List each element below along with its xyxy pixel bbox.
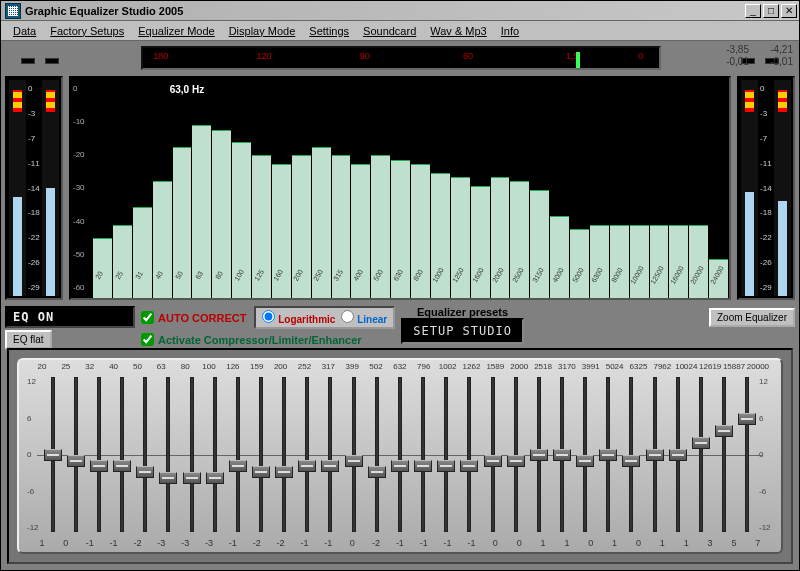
auto-correct-checkbox[interactable]: AUTO CORRECT bbox=[141, 311, 246, 324]
eq-slider[interactable] bbox=[574, 373, 597, 536]
eq-gain-scale-right: 1260-6-12 bbox=[759, 373, 773, 536]
menu-data[interactable]: Data bbox=[7, 23, 42, 39]
eq-state-display[interactable]: EQ ON bbox=[5, 306, 135, 328]
eq-slider[interactable] bbox=[689, 373, 712, 536]
eq-slider[interactable] bbox=[203, 373, 226, 536]
eq-slider[interactable] bbox=[736, 373, 759, 536]
eq-slider[interactable] bbox=[504, 373, 527, 536]
scale-linear-radio[interactable]: Linear bbox=[341, 310, 387, 325]
eq-slider[interactable] bbox=[666, 373, 689, 536]
menu-display-mode[interactable]: Display Mode bbox=[223, 23, 302, 39]
eq-slider[interactable] bbox=[713, 373, 736, 536]
app-icon bbox=[5, 3, 21, 19]
db-readout-r: -4,21-0,01 bbox=[753, 44, 793, 72]
menu-info[interactable]: Info bbox=[495, 23, 525, 39]
eq-slider[interactable] bbox=[41, 373, 64, 536]
eq-slider[interactable] bbox=[435, 373, 458, 536]
menu-wav-mp3[interactable]: Wav & Mp3 bbox=[424, 23, 492, 39]
close-button[interactable]: ✕ bbox=[781, 4, 797, 18]
vu-meter-right: 0-3-7-11-14-18-22-26-29 bbox=[737, 76, 795, 300]
menubar: Data Factory Setups Equalizer Mode Displ… bbox=[1, 21, 799, 41]
spectrum-xaxis: 2025314050638010012516020025031540050063… bbox=[91, 282, 729, 300]
eq-slider[interactable] bbox=[134, 373, 157, 536]
presets-label: Equalizer presets bbox=[401, 306, 524, 318]
eq-slider[interactable] bbox=[458, 373, 481, 536]
eq-slider[interactable] bbox=[643, 373, 666, 536]
phase-tick: 90 bbox=[360, 51, 370, 61]
eq-slider[interactable] bbox=[412, 373, 435, 536]
window-title: Graphic Equalizer Studio 2005 bbox=[25, 5, 183, 17]
eq-slider[interactable] bbox=[87, 373, 110, 536]
clip-indicator-l bbox=[21, 58, 35, 64]
menu-soundcard[interactable]: Soundcard bbox=[357, 23, 422, 39]
phase-tick: 60 bbox=[463, 51, 473, 61]
zoom-equalizer-button[interactable]: Zoom Equalizer bbox=[709, 308, 795, 327]
scale-mode-group: Logarithmic Linear bbox=[254, 306, 395, 329]
titlebar[interactable]: Graphic Equalizer Studio 2005 _ □ ✕ bbox=[1, 1, 799, 21]
eq-slider[interactable] bbox=[180, 373, 203, 536]
menu-settings[interactable]: Settings bbox=[303, 23, 355, 39]
eq-slider[interactable] bbox=[64, 373, 87, 536]
eq-flat-button[interactable]: EQ flat bbox=[5, 330, 52, 349]
eq-gain-scale-left: 1260-6-12 bbox=[27, 373, 41, 536]
spectrum-bars bbox=[93, 78, 729, 298]
vu-meter-left: 0-3-7-11-14-18-22-26-29 bbox=[5, 76, 63, 300]
phase-marker bbox=[576, 52, 580, 68]
phase-tick: 0 bbox=[638, 51, 643, 61]
eq-sliders bbox=[41, 373, 759, 536]
preset-display[interactable]: SETUP STUDIO bbox=[401, 318, 524, 344]
db-readout-l: -3,85-0,01 bbox=[709, 44, 749, 72]
phase-tick: 120 bbox=[257, 51, 272, 61]
eq-slider[interactable] bbox=[157, 373, 180, 536]
eq-slider[interactable] bbox=[296, 373, 319, 536]
eq-slider[interactable] bbox=[273, 373, 296, 536]
eq-slider[interactable] bbox=[597, 373, 620, 536]
spectrum-yaxis: 0-10-20-30-40-50-60 bbox=[71, 78, 93, 298]
scale-log-radio[interactable]: Logarithmic bbox=[262, 310, 335, 325]
phase-tick: 180 bbox=[153, 51, 168, 61]
eq-slider[interactable] bbox=[481, 373, 504, 536]
eq-slider[interactable] bbox=[110, 373, 133, 536]
eq-slider[interactable] bbox=[365, 373, 388, 536]
eq-slider-bank: 2025324050638010012615920025231739950263… bbox=[7, 348, 793, 564]
clip-indicator-l2 bbox=[45, 58, 59, 64]
eq-freq-row: 2025324050638010012615920025231739950263… bbox=[19, 360, 781, 373]
minimize-button[interactable]: _ bbox=[745, 4, 761, 18]
eq-slider[interactable] bbox=[249, 373, 272, 536]
eq-slider[interactable] bbox=[550, 373, 573, 536]
preset-section: Equalizer presets SETUP STUDIO bbox=[401, 306, 524, 344]
menu-equalizer-mode[interactable]: Equalizer Mode bbox=[132, 23, 220, 39]
eq-slider[interactable] bbox=[388, 373, 411, 536]
eq-slider[interactable] bbox=[342, 373, 365, 536]
activate-comp-checkbox[interactable]: Activate Compressor/Limiter/Enhancer bbox=[141, 333, 395, 346]
menu-factory-setups[interactable]: Factory Setups bbox=[44, 23, 130, 39]
spectrum-readout: 63,0 Hz bbox=[170, 84, 204, 95]
eq-slider[interactable] bbox=[527, 373, 550, 536]
maximize-button[interactable]: □ bbox=[763, 4, 779, 18]
eq-value-row: 10-1-1-2-3-3-3-1-2-2-1-10-2-1-1-1-100110… bbox=[19, 536, 781, 552]
app-window: Graphic Equalizer Studio 2005 _ □ ✕ Data… bbox=[0, 0, 800, 571]
eq-slider[interactable] bbox=[226, 373, 249, 536]
phase-meter: 180 120 90 60 1,5 0 bbox=[141, 46, 661, 70]
eq-slider[interactable] bbox=[620, 373, 643, 536]
eq-slider[interactable] bbox=[319, 373, 342, 536]
